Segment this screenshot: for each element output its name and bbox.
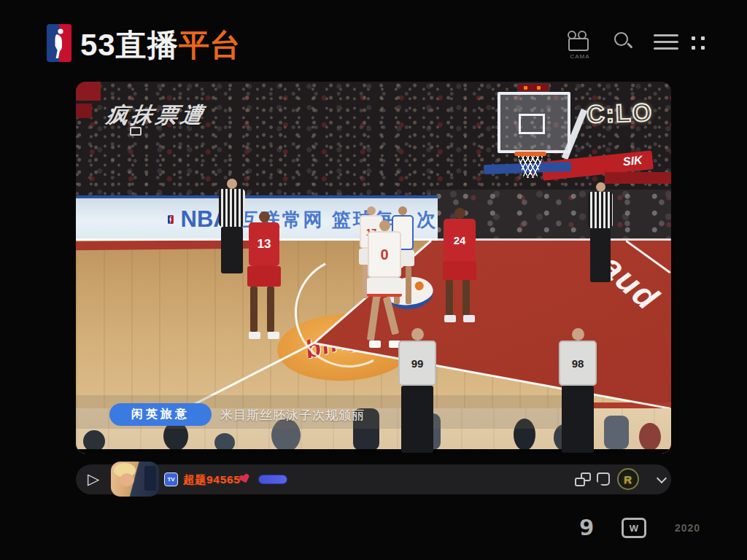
bookmark-icon[interactable] [597, 472, 610, 486]
referee-pants [562, 386, 594, 453]
referee-number: 98 [572, 357, 584, 370]
tv-badge-icon: TV [164, 472, 178, 486]
player-head [411, 328, 424, 341]
jersey: 13 [249, 222, 279, 266]
player-red-24: 24 [441, 208, 479, 322]
referee-99: 99 [398, 328, 436, 453]
player-red-13: 13 [245, 211, 283, 339]
heart-icon[interactable] [241, 472, 253, 485]
menu-bar [654, 47, 678, 50]
streamer-username[interactable]: 超题94565 [183, 473, 241, 487]
player-head [454, 208, 465, 219]
net [518, 156, 543, 178]
front-row-figure [604, 416, 629, 449]
referee-pants [590, 228, 611, 282]
referee-striped-right [588, 182, 613, 282]
apps-icon[interactable] [692, 36, 706, 51]
camera-icon[interactable]: CAMA [566, 29, 594, 58]
rim [514, 152, 546, 156]
shot-clock-digit [524, 86, 527, 90]
jersey-number: 13 [258, 237, 271, 252]
camera-label: CAMA [566, 53, 594, 60]
leg [367, 297, 380, 341]
avatar-face [120, 473, 134, 486]
player-head [227, 179, 237, 189]
bottom-control-bar: ▷ TV 超题94565 R [76, 464, 671, 494]
shorts [443, 261, 476, 280]
nba-logo[interactable] [47, 24, 71, 62]
jersey: 24 [444, 219, 476, 261]
referee-pants [401, 386, 433, 453]
page: 53直播平台 CAMA SIK [0, 0, 747, 560]
apps-dot [692, 36, 695, 40]
video-player[interactable]: SIK 疯抹票遭 C:LO NBA 互联常网 篮球每一次 bing [76, 82, 671, 454]
shorts [367, 278, 402, 297]
apps-dot [701, 46, 705, 50]
shoe [444, 315, 456, 322]
year-text: 2020 [675, 522, 700, 534]
video-library-icon[interactable]: W [622, 518, 646, 538]
jersey-number: 24 [454, 234, 466, 246]
player-head [259, 211, 270, 222]
leg [250, 287, 258, 332]
caption-badge[interactable]: 闲英旅意 [109, 403, 212, 426]
legs [365, 297, 400, 341]
hoop-arm-text: SIK [622, 154, 643, 168]
play-icon[interactable]: ▷ [88, 470, 99, 488]
camera-body [568, 38, 589, 51]
nba-logo-player-head [58, 28, 63, 34]
watermark-badge-icon [130, 127, 142, 136]
shot-clock-digit [537, 86, 541, 90]
library-glyph: W [630, 523, 638, 534]
shoe [369, 341, 381, 348]
menu-icon[interactable] [654, 34, 678, 54]
emote-badge-button[interactable]: R [617, 468, 639, 490]
apps-dot [692, 46, 695, 50]
referee-shirt [219, 189, 245, 227]
streamer-avatar[interactable] [111, 462, 159, 497]
shorts [247, 266, 281, 287]
legs [441, 280, 474, 315]
shoe [463, 315, 475, 322]
avatar-panel [144, 466, 156, 491]
level-progress-bar [258, 475, 287, 484]
leg [446, 280, 453, 315]
referee-shirt: 98 [559, 341, 597, 386]
page-title: 53直播平台 [80, 25, 241, 66]
brand-orange: 平台 [179, 28, 241, 62]
referee-number: 99 [411, 357, 424, 370]
pip-front-window [575, 478, 585, 486]
menu-bar [654, 41, 678, 43]
search-icon[interactable] [614, 32, 633, 51]
basketball-hoop: SIK [495, 82, 671, 184]
watermark-text: 疯抹票遭 [104, 101, 208, 131]
key-floor-logo-dot [414, 281, 425, 291]
referee-98: 98 [559, 328, 597, 453]
shoes [441, 315, 479, 322]
search-lens [614, 32, 628, 46]
chevron-down-icon[interactable] [657, 473, 667, 483]
broadcaster-bubble-logo: C:LO [586, 98, 653, 128]
player-head [596, 182, 605, 192]
red-seats [76, 82, 101, 101]
referee-pants [221, 227, 243, 273]
nba-board-logo [168, 208, 174, 231]
player-head [367, 206, 376, 215]
leg [462, 280, 470, 315]
queue-icon[interactable]: 9 [579, 515, 595, 540]
caption-text: 米目斯丝胚泳子次规颁丽 [220, 407, 365, 424]
backboard-square [519, 114, 545, 134]
player-head [572, 328, 584, 341]
referee-striped-left [219, 179, 245, 273]
red-seats [76, 104, 92, 118]
leg [406, 266, 411, 304]
tv-badge-text: TV [167, 476, 174, 483]
jersey: 0 [368, 231, 401, 278]
shoe [268, 332, 279, 339]
crowd-head [639, 423, 661, 451]
shoes [245, 332, 283, 339]
brand-white: 53直播 [80, 28, 179, 62]
emote-badge-glyph: R [624, 473, 632, 486]
pip-icon[interactable] [575, 472, 591, 486]
menu-bar [654, 34, 678, 36]
